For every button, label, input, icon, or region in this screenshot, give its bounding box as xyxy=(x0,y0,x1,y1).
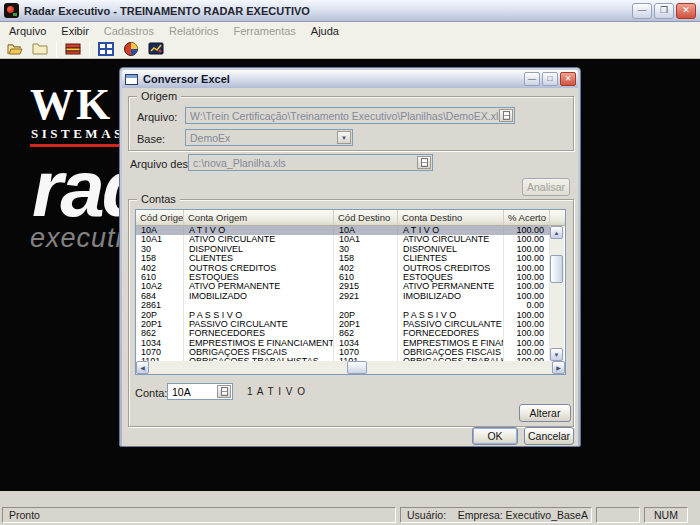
table-row[interactable]: 20P1PASSIVO CIRCULANTE20P1PASSIVO CIRCUL… xyxy=(136,320,550,329)
cell-conta_destino: OBRIGAÇÕES FISCAIS xyxy=(398,348,504,357)
restore-button[interactable]: ❐ xyxy=(654,3,674,19)
cell-acerto: 100.00 xyxy=(504,348,550,357)
analisar-button[interactable]: Analisar xyxy=(522,178,570,196)
vertical-scroll-thumb[interactable] xyxy=(550,255,563,283)
arrow-left-icon: ◀ xyxy=(140,365,145,371)
menu-item-ajuda[interactable]: Ajuda xyxy=(311,25,339,37)
table-row[interactable]: 1070OBRIGAÇÕES FISCAIS1070OBRIGAÇÕES FIS… xyxy=(136,348,550,357)
table-row[interactable]: 862FORNECEDORES862FORNECEDORES100.00 xyxy=(136,329,550,338)
table-row[interactable]: 10A1ATIVO CIRCULANTE10A1ATIVO CIRCULANTE… xyxy=(136,235,550,244)
cell-cod_origem: 20P xyxy=(136,311,184,320)
open-folder-icon[interactable] xyxy=(4,40,26,58)
cell-cod_destino: 10A1 xyxy=(334,235,398,244)
money-table-icon[interactable] xyxy=(62,40,84,58)
cell-conta_destino: ATIVO CIRCULANTE xyxy=(398,235,504,244)
conta-label: Conta: xyxy=(135,387,167,399)
cell-conta_destino: PASSIVO CIRCULANTE xyxy=(398,320,504,329)
dialog-title: Conversor Excel xyxy=(143,73,230,85)
table-row[interactable]: 20PP A S S I V O20PP A S S I V O100.00 xyxy=(136,311,550,320)
combo-dropdown-button[interactable]: ▼ xyxy=(337,131,351,144)
cell-cod_origem: 684 xyxy=(136,292,184,301)
horizontal-scroll-thumb[interactable] xyxy=(347,361,367,374)
column-header-acerto[interactable]: % Acerto xyxy=(504,210,550,226)
column-header-conta-destino[interactable]: Conta Destino xyxy=(398,210,504,226)
chevron-down-icon: ▼ xyxy=(341,135,347,141)
conversor-excel-dialog: Conversor Excel — □ ✕ Origem Arquivo: W:… xyxy=(119,67,581,447)
base-combobox[interactable]: DemoEx ▼ xyxy=(185,129,353,146)
browse-arquivo-button[interactable] xyxy=(499,109,513,122)
document-icon xyxy=(221,387,228,396)
conta-lookup-button[interactable] xyxy=(217,385,231,398)
cell-conta_origem: A T I V O xyxy=(184,226,334,235)
dialog-maximize-button[interactable]: □ xyxy=(542,72,558,86)
cell-conta_destino: P A S S I V O xyxy=(398,311,504,320)
cell-conta_origem: IMOBILIZADO xyxy=(184,292,334,301)
cell-acerto: 100.00 xyxy=(504,226,550,235)
toolbar-separator xyxy=(89,42,90,57)
menu-item-ferramentas[interactable]: Ferramentas xyxy=(233,25,295,37)
alterar-button[interactable]: Alterar xyxy=(519,404,571,422)
scroll-up-button[interactable]: ▲ xyxy=(550,226,563,239)
table-row[interactable]: 10AA T I V O10AA T I V O100.00 xyxy=(136,226,550,235)
scroll-right-button[interactable]: ▶ xyxy=(552,361,565,374)
cell-acerto: 100.00 xyxy=(504,245,550,254)
arquivo-label: Arquivo: xyxy=(137,111,177,123)
cell-conta_origem: ATIVO CIRCULANTE xyxy=(184,235,334,244)
cell-acerto: 100.00 xyxy=(504,311,550,320)
table-row[interactable]: 158CLIENTES158CLIENTES100.00 xyxy=(136,254,550,263)
cell-conta_origem: ATIVO PERMANENTE xyxy=(184,282,334,291)
cell-cod_destino: 862 xyxy=(334,329,398,338)
menu-item-exibir[interactable]: Exibir xyxy=(61,25,89,37)
cell-cod_destino: 20P1 xyxy=(334,320,398,329)
column-header-cod-origem[interactable]: Cód Origem xyxy=(136,210,184,226)
folder-icon[interactable] xyxy=(29,40,51,58)
status-empty-panel xyxy=(596,507,640,523)
column-header-cod-destino[interactable]: Cód Destino xyxy=(334,210,398,226)
menu-item-arquivo[interactable]: Arquivo xyxy=(9,25,46,37)
column-header-conta-origem[interactable]: Conta Origem xyxy=(184,210,334,226)
scroll-down-button[interactable]: ▼ xyxy=(550,348,563,361)
cell-conta_destino xyxy=(398,301,504,310)
menu-item-cadastros[interactable]: Cadastros xyxy=(104,25,154,37)
browse-destino-button[interactable] xyxy=(417,156,431,169)
presentation-icon[interactable] xyxy=(145,40,167,58)
column-header-filler xyxy=(550,210,565,226)
table-row[interactable]: 1034EMPRÉSTIMOS E FINANCIAMENTOS1034EMPR… xyxy=(136,339,550,348)
cell-cod_destino: 2921 xyxy=(334,292,398,301)
conta-input[interactable]: 10A xyxy=(167,383,233,400)
cancelar-button[interactable]: Cancelar xyxy=(524,427,574,445)
destino-input[interactable]: c:\nova_Planilha.xls xyxy=(188,154,433,171)
cell-cod_destino: 402 xyxy=(334,264,398,273)
table-row[interactable]: 610ESTOQUES610ESTOQUES100.00 xyxy=(136,273,550,282)
wk-logo: WK xyxy=(30,83,112,127)
contas-listview: Cód Origem Conta Origem Cód Destino Cont… xyxy=(135,209,566,375)
close-button[interactable]: ✕ xyxy=(676,3,696,19)
menu-item-relatorios[interactable]: Relatórios xyxy=(169,25,219,37)
arquivo-input[interactable]: W:\Trein Certificação\Treinamento Execut… xyxy=(185,107,515,124)
horizontal-scrollbar[interactable]: ◀ ▶ xyxy=(136,361,565,374)
table-row[interactable]: 10A2ATIVO PERMANENTE2915ATIVO PERMANENTE… xyxy=(136,282,550,291)
cell-cod_origem: 402 xyxy=(136,264,184,273)
table-row[interactable]: 684IMOBILIZADO2921IMOBILIZADO100.00 xyxy=(136,292,550,301)
dialog-minimize-button[interactable]: — xyxy=(524,72,540,86)
grid-window-icon[interactable] xyxy=(95,40,117,58)
ok-button[interactable]: OK xyxy=(472,427,518,445)
table-row[interactable]: 30DISPONÍVEL30DISPONÍVEL100.00 xyxy=(136,245,550,254)
scroll-left-button[interactable]: ◀ xyxy=(136,361,149,374)
arrow-right-icon: ▶ xyxy=(556,365,561,371)
table-row[interactable]: 28610.00 xyxy=(136,301,550,310)
cell-cod_origem: 10A xyxy=(136,226,184,235)
vertical-scrollbar[interactable]: ▲ ▼ xyxy=(550,226,564,361)
main-titlebar[interactable]: Radar Executivo - TREINAMENTO RADAR EXEC… xyxy=(0,0,700,22)
dialog-icon xyxy=(125,74,138,85)
cell-cod_origem: 10A2 xyxy=(136,282,184,291)
cell-cod_destino: 158 xyxy=(334,254,398,263)
cell-cod_origem: 1070 xyxy=(136,348,184,357)
minimize-button[interactable]: — xyxy=(632,3,652,19)
pie-chart-icon[interactable] xyxy=(120,40,142,58)
cell-conta_destino: A T I V O xyxy=(398,226,504,235)
cell-conta_origem: OUTROS CRÉDITOS xyxy=(184,264,334,273)
dialog-close-button[interactable]: ✕ xyxy=(560,72,576,86)
dialog-titlebar[interactable]: Conversor Excel — □ ✕ xyxy=(122,70,578,88)
table-row[interactable]: 402OUTROS CRÉDITOS402OUTROS CRÉDITOS100.… xyxy=(136,264,550,273)
